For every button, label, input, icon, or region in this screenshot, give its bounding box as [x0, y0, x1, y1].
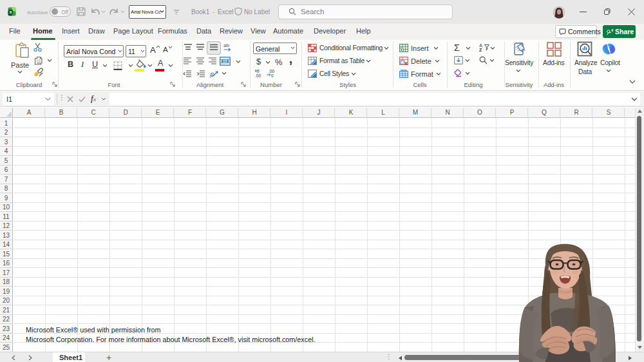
- svg-text:A: A: [479, 43, 482, 48]
- svg-text:ab: ab: [223, 43, 229, 48]
- svg-text:.00: .00: [255, 73, 261, 78]
- svg-text:Z: Z: [479, 48, 482, 52]
- svg-text:0: 0: [271, 73, 274, 78]
